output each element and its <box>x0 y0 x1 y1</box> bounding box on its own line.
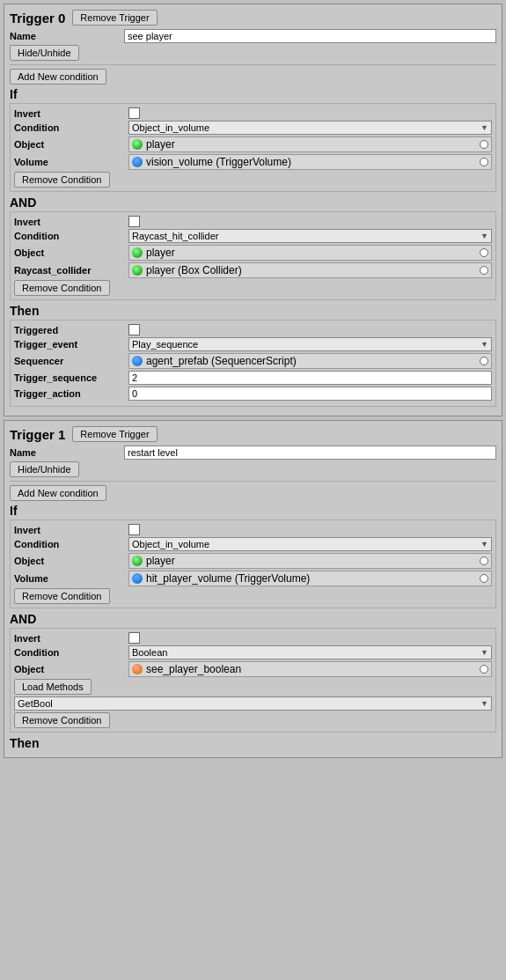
trigger-1-c1-condition-row: Condition Boolean ▼ <box>14 645 492 659</box>
trigger-0-c0-object-label: Object <box>14 139 128 150</box>
trigger-1-c1-object-label: Object <box>14 664 128 674</box>
trigger-0-c0-condition-row: Condition Object_in_volume ▼ <box>14 121 492 135</box>
trigger-0-c1-object-value: player <box>146 247 175 259</box>
trigger-1-c0-condition-select[interactable]: Object_in_volume ▼ <box>128 537 492 551</box>
trigger-0-c1-raycast-field[interactable]: player (Box Collider) <box>128 262 492 278</box>
trigger-0-c0-invert-checkbox[interactable] <box>128 107 140 119</box>
remove-trigger-1-button[interactable]: Remove Trigger <box>72 426 157 442</box>
trigger-1-if-label: If <box>10 504 496 518</box>
remove-trigger-0-button[interactable]: Remove Trigger <box>72 10 157 26</box>
trigger-0-c1-object-row: Object player <box>14 245 492 261</box>
trigger-0-c1-remove-button[interactable]: Remove Condition <box>14 280 110 296</box>
trigger-1-condition-0: Invert Condition Object_in_volume ▼ Obje… <box>10 519 496 608</box>
trigger-0-name-label: Name <box>10 31 124 41</box>
trigger-0-c0-invert-label: Invert <box>14 108 128 119</box>
trigger-1-c0-volume-radio[interactable] <box>480 574 488 583</box>
trigger-1-c0-object-field[interactable]: player <box>128 553 492 569</box>
trigger-1-block: Trigger 1 Remove Trigger Name Hide/Unhid… <box>4 420 502 758</box>
trigger-1-and-label: AND <box>10 612 496 626</box>
trigger-1-c0-object-label: Object <box>14 556 128 566</box>
trigger-0-sequence-label: Trigger_sequence <box>14 372 128 383</box>
trigger-1-c1-object-value: see_player_boolean <box>146 663 241 675</box>
trigger-1-c1-condition-label: Condition <box>14 647 128 658</box>
trigger-1-c0-invert-row: Invert <box>14 524 492 535</box>
trigger-0-c1-raycast-value: player (Box Collider) <box>146 264 242 276</box>
trigger-0-action-input[interactable] <box>128 387 492 401</box>
trigger-0-c0-volume-radio[interactable] <box>480 158 488 166</box>
trigger-0-c0-object-radio[interactable] <box>480 140 488 149</box>
trigger-1-c0-object-radio[interactable] <box>480 556 488 565</box>
trigger-0-event-value: Play_sequence <box>132 339 198 350</box>
trigger-1-hide-button[interactable]: Hide/Unhide <box>10 461 79 477</box>
trigger-0-name-input[interactable] <box>124 29 496 43</box>
trigger-0-event-label: Trigger_event <box>14 339 128 350</box>
trigger-0-sequence-input[interactable] <box>128 371 492 385</box>
trigger-0-c0-remove-button[interactable]: Remove Condition <box>14 172 110 188</box>
trigger-1-c0-object-value: player <box>146 555 175 567</box>
trigger-0-c0-condition-label: Condition <box>14 122 128 133</box>
trigger-1-add-condition-button[interactable]: Add New condition <box>10 485 106 501</box>
trigger-1-c1-invert-checkbox[interactable] <box>128 632 140 644</box>
trigger-1-c0-condition-label: Condition <box>14 539 128 549</box>
trigger-0-c0-object-field[interactable]: player <box>128 136 492 152</box>
trigger-0-triggered-label: Triggered <box>14 325 128 335</box>
trigger-0-c1-object-radio[interactable] <box>480 248 488 257</box>
trigger-1-header: Trigger 1 Remove Trigger <box>10 426 496 442</box>
trigger-0-hide-row: Hide/Unhide <box>10 45 496 61</box>
trigger-0-c0-volume-row: Volume vision_volume (TriggerVolume) <box>14 154 492 170</box>
trigger-0-c1-raycast-radio[interactable] <box>480 266 488 275</box>
trigger-1-c1-object-icon <box>132 664 143 674</box>
trigger-0-c0-object-row: Object player <box>14 136 492 152</box>
trigger-0-c1-condition-select[interactable]: Raycast_hit_collider ▼ <box>128 229 492 243</box>
trigger-0-c1-object-icon <box>132 247 143 258</box>
trigger-0-add-condition-button[interactable]: Add New condition <box>10 69 106 85</box>
trigger-0-then-block: Triggered Trigger_event Play_sequence ▼ … <box>10 320 496 407</box>
trigger-0-event-row: Trigger_event Play_sequence ▼ <box>14 337 492 351</box>
trigger-0-sequencer-icon <box>132 356 143 366</box>
trigger-0-sequencer-field[interactable]: agent_prefab (SequencerScript) <box>128 353 492 369</box>
trigger-0-sequencer-radio[interactable] <box>480 357 488 365</box>
trigger-1-c1-object-radio[interactable] <box>480 665 488 674</box>
trigger-0-event-select[interactable]: Play_sequence ▼ <box>128 337 492 351</box>
trigger-0-condition-0: Invert Condition Object_in_volume ▼ Obje… <box>10 103 496 192</box>
trigger-0-c1-raycast-label: Raycast_collider <box>14 265 128 276</box>
trigger-0-c1-object-field[interactable]: player <box>128 245 492 261</box>
trigger-0-c0-condition-value: Object_in_volume <box>132 122 209 133</box>
trigger-1-c1-remove-button[interactable]: Remove Condition <box>14 712 110 728</box>
trigger-1-c0-remove-button[interactable]: Remove Condition <box>14 588 110 604</box>
trigger-0-sequencer-label: Sequencer <box>14 356 128 366</box>
trigger-1-c1-condition-value: Boolean <box>132 647 167 658</box>
trigger-0-triggered-checkbox[interactable] <box>128 324 140 335</box>
trigger-0-c1-invert-checkbox[interactable] <box>128 216 140 227</box>
trigger-0-c1-raycast-icon <box>132 265 143 276</box>
trigger-1-c0-invert-checkbox[interactable] <box>128 524 140 535</box>
trigger-1-c1-object-row: Object see_player_boolean <box>14 661 492 677</box>
trigger-1-c1-getbool-select[interactable]: GetBool ▼ <box>14 696 492 711</box>
trigger-1-name-input[interactable] <box>124 446 496 460</box>
trigger-1-c0-volume-label: Volume <box>14 573 128 584</box>
trigger-1-c0-object-row: Object player <box>14 553 492 569</box>
trigger-1-c0-volume-field[interactable]: hit_player_volume (TriggerVolume) <box>128 571 492 586</box>
trigger-0-c0-condition-select[interactable]: Object_in_volume ▼ <box>128 121 492 135</box>
trigger-1-c0-condition-value: Object_in_volume <box>132 539 209 549</box>
trigger-0-and-label: AND <box>10 195 496 210</box>
trigger-1-c0-object-icon <box>132 556 143 566</box>
trigger-0-hide-button[interactable]: Hide/Unhide <box>10 45 79 61</box>
trigger-1-hide-row: Hide/Unhide <box>10 461 496 477</box>
trigger-0-c1-condition-row: Condition Raycast_hit_collider ▼ <box>14 229 492 243</box>
trigger-0-event-arrow: ▼ <box>480 340 488 349</box>
trigger-0-c1-invert-label: Invert <box>14 217 128 227</box>
trigger-1-name-label: Name <box>10 447 124 458</box>
trigger-0-add-condition-row: Add New condition <box>10 69 496 85</box>
trigger-0-c1-invert-row: Invert <box>14 216 492 227</box>
trigger-1-c1-load-methods-button[interactable]: Load Methods <box>14 679 92 695</box>
trigger-0-condition-1: Invert Condition Raycast_hit_collider ▼ … <box>10 211 496 300</box>
trigger-1-c0-invert-label: Invert <box>14 525 128 535</box>
main-container: Trigger 0 Remove Trigger Name Hide/Unhid… <box>0 0 506 765</box>
trigger-1-c0-volume-value: hit_player_volume (TriggerVolume) <box>146 572 310 585</box>
trigger-1-c1-object-field[interactable]: see_player_boolean <box>128 661 492 677</box>
trigger-0-header: Trigger 0 Remove Trigger <box>10 10 496 26</box>
trigger-1-c1-condition-select[interactable]: Boolean ▼ <box>128 645 492 659</box>
trigger-0-c0-object-icon <box>132 139 143 150</box>
trigger-0-c0-volume-field[interactable]: vision_volume (TriggerVolume) <box>128 154 492 170</box>
